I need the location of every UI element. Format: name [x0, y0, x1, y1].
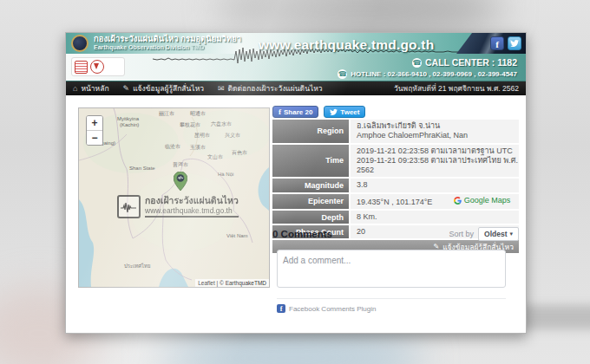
region-english: Amphoe ChaloemPhraKiat, Nan — [357, 131, 519, 140]
depth-value: 8 Km. — [351, 211, 519, 224]
nav-item-home[interactable]: หน้าหลัก — [73, 82, 109, 94]
map-place-label: 昭通市 — [190, 110, 206, 118]
comments-header: 0 Comments Sort by Oldest — [272, 227, 519, 241]
tv-frame: กองเฝ้าระวังแผ่นดินไหว กรมอุตุนิยมวิทยา … — [0, 0, 590, 364]
home-icon — [73, 84, 77, 93]
comments-count: 0 Comments — [272, 229, 332, 239]
facebook-comments-plugin-link[interactable]: Facebook Comments Plugin — [277, 304, 377, 313]
sort-by-label: Sort by — [449, 230, 475, 238]
map-place-label: (Kachin) — [120, 122, 139, 127]
main-navbar: หน้าหลัก แจ้งข้อมูลผู้รู้สึกสั่นไหว ติดต… — [66, 81, 526, 95]
table-row-epicenter: Epicenter 19.435°N , 101.174°E Google Ma… — [272, 194, 519, 209]
phone-icon — [338, 69, 347, 79]
site-url: www.earthquake.tmd.go.th — [259, 37, 434, 53]
map-place-label: Hà Nội — [218, 172, 233, 177]
map-zoom-control: + − — [86, 115, 103, 146]
background-blur — [519, 305, 590, 329]
emblem-icon — [90, 60, 104, 74]
hotline-line: HOTLINE : 02-366-9410 , 02-399-0969 , 02… — [338, 69, 517, 79]
page-content: 丽江市 昭通市 攀枝花市 六盘水市 昆明市 兴义市 临沧市 玉溪市 文山市 百色… — [66, 95, 526, 332]
zoom-in-button[interactable]: + — [87, 116, 102, 130]
nav-item-report-felt-quake[interactable]: แจ้งข้อมูลผู้รู้สึกสั่นไหว — [123, 82, 204, 94]
map-place-label: ประเทศไทย — [124, 262, 151, 270]
partner-logos — [71, 57, 125, 76]
phone-icon — [412, 58, 422, 68]
table-row-region: Region อ.เฉลิมพระเกียรติ จ.น่าน Amphoe C… — [272, 120, 519, 143]
google-icon — [454, 197, 462, 205]
divider — [277, 298, 506, 299]
table-row-time: Time 2019-11-21 02:23:58 ตามเวลามาตรฐาน … — [272, 145, 519, 178]
time-thailand: 2019-11-21 09:23:58 ตามเวลาประเทศไทย พ.ศ… — [357, 156, 519, 176]
call-center-line: CALL CENTER : 1182 — [412, 57, 517, 68]
map-place-label: 六盘水市 — [211, 120, 232, 128]
map-place-label: 昆明市 — [194, 132, 210, 140]
map-place-label: 临沧市 — [165, 143, 180, 151]
nav-item-contact[interactable]: ติดต่อกองเฝ้าระวังแผ่นดินไหว — [218, 82, 323, 94]
watermark-url: www.earthquake.tmd.go.th — [145, 206, 239, 215]
epicenter-marker-pin[interactable] — [174, 172, 187, 194]
current-date: วันพฤหัสบดีที่ 21 พฤศจิกายน พ.ศ. 2562 — [394, 82, 519, 94]
map-place-label: 丽江市 — [159, 110, 174, 118]
browser-page: กองเฝ้าระวังแผ่นดินไหว กรมอุตุนิยมวิทยา … — [65, 32, 527, 334]
seismograph-box-icon — [117, 195, 141, 218]
header-corner — [456, 33, 526, 54]
share-buttons: Share 20 Tweet — [272, 106, 365, 118]
facebook-share-button[interactable]: Share 20 — [272, 106, 318, 118]
map-place-label: 文山市 — [207, 153, 223, 161]
header-contact-band: CALL CENTER : 1182 HOTLINE : 02-366-9410… — [66, 54, 526, 81]
leaflet-map[interactable]: 丽江市 昭通市 攀枝花市 六盘水市 昆明市 兴义市 临沧市 玉溪市 文山市 百色… — [78, 107, 270, 288]
site-title-english: Earthquake Observation Division TMD — [94, 44, 241, 51]
twitter-icon — [330, 108, 338, 116]
certificate-logo-icon — [75, 61, 88, 74]
mail-icon — [218, 84, 225, 93]
map-place-label: 普洱市 — [173, 161, 188, 169]
map-place-label: 百色市 — [232, 149, 247, 157]
watermark-title: กองเฝ้าระวังแผ่นดินไหว — [145, 196, 239, 206]
site-title-thai: กองเฝ้าระวังแผ่นดินไหว กรมอุตุนิยมวิทยา — [94, 35, 241, 44]
map-place-label: Shan State — [129, 166, 155, 171]
map-place-label: Việt Nam — [226, 233, 248, 238]
zoom-out-button[interactable]: − — [87, 130, 102, 145]
facebook-icon — [279, 107, 281, 116]
map-place-label: 攀枝花市 — [180, 121, 200, 129]
map-attribution[interactable]: Leaflet | © EarthquakeTMD — [195, 279, 269, 287]
site-header: กองเฝ้าระวังแผ่นดินไหว กรมอุตุนิยมวิทยา … — [66, 33, 526, 81]
map-watermark: กองเฝ้าระวังแผ่นดินไหว www.earthquake.tm… — [117, 195, 239, 218]
map-place-label: 兴义市 — [225, 132, 240, 140]
twitter-icon[interactable] — [508, 36, 521, 50]
time-utc: 2019-11-21 02:23:58 ตามเวลามาตรฐาน UTC — [357, 146, 519, 156]
comment-input[interactable] — [277, 250, 506, 288]
site-title-block: กองเฝ้าระวังแผ่นดินไหว กรมอุตุนิยมวิทยา … — [94, 35, 241, 51]
facebook-icon[interactable] — [490, 36, 504, 50]
table-row-magnitude: Magnitude 3.8 — [272, 179, 519, 192]
table-row-depth: Depth 8 Km. — [272, 211, 519, 224]
sort-dropdown[interactable]: Oldest — [478, 227, 519, 241]
region-thai: อ.เฉลิมพระเกียรติ จ.น่าน — [357, 121, 519, 131]
google-maps-link[interactable]: Google Maps — [454, 196, 511, 205]
tweet-button[interactable]: Tweet — [324, 106, 365, 118]
facebook-icon — [277, 304, 285, 313]
tmd-seal-logo — [71, 35, 88, 52]
map-place-label: Myitkyina — [117, 116, 139, 121]
epicenter-coordinates: 19.435°N , 101.174°E — [357, 198, 432, 206]
map-place-label: 玉溪市 — [190, 144, 206, 152]
header-top-band: กองเฝ้าระวังแผ่นดินไหว กรมอุตุนิยมวิทยา … — [66, 33, 526, 54]
magnitude-value: 3.8 — [351, 179, 519, 192]
report-icon — [123, 84, 130, 93]
